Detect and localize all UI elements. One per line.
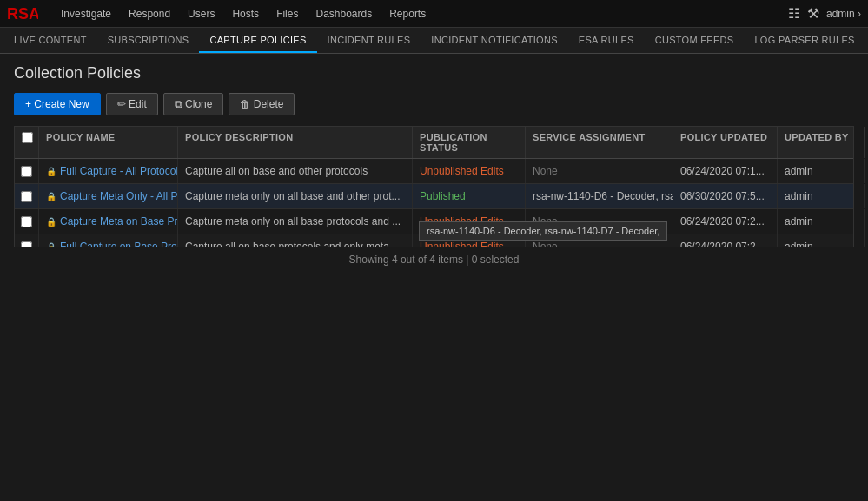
svg-text:RSA: RSA [7, 5, 38, 23]
top-navigation: RSA Investigate Respond Users Hosts File… [0, 0, 868, 28]
settings-icon[interactable]: ⚒ [807, 5, 819, 22]
footer-bar: Showing 4 out of 4 items | 0 selected [0, 247, 868, 271]
select-all-checkbox[interactable] [22, 132, 33, 143]
row2-checkbox[interactable] [21, 191, 32, 202]
row1-policy-created: 06/23/2020 04:2... [865, 159, 868, 183]
nav-dashboards[interactable]: Dashboards [307, 0, 381, 28]
row1-publication-status: Unpublished Edits [413, 159, 526, 183]
top-right-icons: ☷ ⚒ [788, 5, 819, 22]
main-content: Collection Policies + Create New ✏ Edit … [0, 54, 868, 271]
col-header-updated-by: Updated By [778, 127, 865, 158]
row2-checkbox-cell [15, 184, 39, 208]
row3-policy-name: 🔒 Capture Meta on Base Protocols,... [39, 209, 178, 234]
row1-checkbox[interactable] [21, 166, 32, 177]
row3-policy-updated: 06/24/2020 07:2... [673, 209, 778, 234]
row2-policy-created: 06/23/2020 04:2... [865, 184, 868, 208]
col-header-service-assignment: Service Assignment [526, 127, 673, 158]
row2-policy-updated: 06/30/2020 07:5... [673, 184, 778, 208]
row1-policy-name-link[interactable]: Full Capture - All Protocols [60, 165, 178, 177]
row3-checkbox-cell [15, 209, 39, 234]
table-row: 🔒 Capture Meta Only - All Protocols Capt… [15, 184, 853, 209]
lock-icon: 🔒 [46, 217, 56, 227]
row2-publication-status: Published [413, 184, 526, 208]
col-header-check [15, 127, 39, 158]
tab-incident-notifications[interactable]: Incident Notifications [421, 29, 568, 53]
col-header-policy-name: Policy Name [39, 127, 178, 158]
tab-esa-rules[interactable]: ESA Rules [568, 29, 645, 53]
nav-users[interactable]: Users [179, 0, 223, 28]
row1-policy-name: 🔒 Full Capture - All Protocols [39, 159, 178, 183]
page-content-area: Collection Policies + Create New ✏ Edit … [0, 54, 868, 271]
row3-policy-created: 06/23/2020 04:2... [865, 209, 868, 234]
row1-policy-updated: 06/24/2020 07:1... [673, 159, 778, 183]
row1-service-assignment: None [526, 159, 673, 183]
tab-incident-rules[interactable]: Incident Rules [317, 29, 421, 53]
tab-custom-feeds[interactable]: Custom Feeds [645, 29, 745, 53]
col-header-policy-created: Policy Created [865, 127, 868, 158]
row2-policy-description: Capture meta only on all base and other … [178, 184, 413, 208]
page-title: Collection Policies [14, 64, 854, 82]
col-header-policy-description: Policy Description [178, 127, 413, 158]
toolbar: + Create New ✏ Edit ⧉ Clone 🗑 Delete [14, 93, 854, 115]
col-header-publication-status: Publication Status [413, 127, 526, 158]
row3-policy-description: Capture meta only on all base protocols … [178, 209, 413, 234]
row2-policy-name-link[interactable]: Capture Meta Only - All Protocols [60, 190, 178, 202]
tab-bar: Live Content Subscriptions Capture Polic… [0, 28, 868, 54]
table-row: 🔒 Capture Meta on Base Protocols,... Cap… [15, 209, 853, 234]
notifications-icon[interactable]: ☷ [788, 5, 800, 22]
row1-policy-description: Capture all on base and other protocols [178, 159, 413, 183]
clone-button[interactable]: ⧉ Clone [163, 93, 224, 115]
nav-hosts[interactable]: Hosts [223, 0, 268, 28]
policies-table: Policy Name Policy Description Publicati… [14, 126, 854, 260]
row3-checkbox[interactable] [21, 216, 32, 227]
lock-icon: 🔒 [46, 192, 56, 201]
lock-icon: 🔒 [46, 167, 56, 176]
row3-policy-name-link[interactable]: Capture Meta on Base Protocols,... [60, 215, 178, 227]
row2-service-assignment[interactable]: rsa-nw-1140-D6 - Decoder, rsa-nw-... [526, 184, 673, 208]
edit-button[interactable]: ✏ Edit [106, 93, 158, 115]
row2-updated-by: admin [778, 184, 865, 208]
nav-respond[interactable]: Respond [120, 0, 179, 28]
admin-menu[interactable]: admin › [826, 8, 861, 20]
tab-live-content[interactable]: Live Content [3, 29, 97, 53]
row3-service-assignment: None [526, 209, 673, 234]
row3-updated-by: admin [778, 209, 865, 234]
create-new-button[interactable]: + Create New [14, 93, 101, 115]
row2-policy-name: 🔒 Capture Meta Only - All Protocols [39, 184, 178, 208]
tab-log-parser-rules[interactable]: Log Parser Rules [744, 29, 865, 53]
row3-publication-status: Unpublished Edits [413, 209, 526, 234]
table-row: 🔒 Full Capture - All Protocols Capture a… [15, 159, 853, 184]
nav-reports[interactable]: Reports [381, 0, 434, 28]
tab-capture-policies[interactable]: Capture Policies [199, 29, 316, 53]
table-header: Policy Name Policy Description Publicati… [15, 127, 853, 159]
delete-button[interactable]: 🗑 Delete [229, 93, 295, 115]
tab-subscriptions[interactable]: Subscriptions [97, 29, 200, 53]
nav-investigate[interactable]: Investigate [52, 0, 120, 28]
nav-files[interactable]: Files [268, 0, 307, 28]
rsa-logo: RSA [7, 5, 38, 23]
footer-text: Showing 4 out of 4 items | 0 selected [349, 254, 520, 266]
row1-updated-by: admin [778, 159, 865, 183]
row1-checkbox-cell [15, 159, 39, 183]
col-header-policy-updated: Policy Updated [673, 127, 778, 158]
